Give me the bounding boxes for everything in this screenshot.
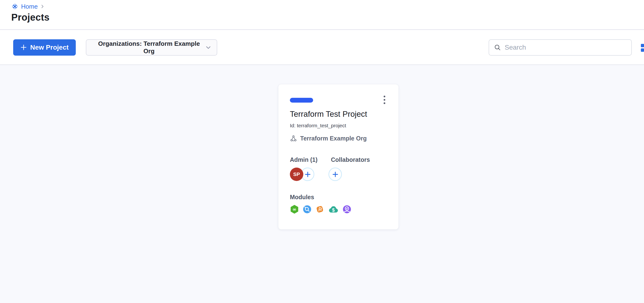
project-menu-button[interactable] [379, 94, 390, 106]
module-feature-flags-icon[interactable] [315, 205, 324, 214]
chevron-down-icon [206, 44, 211, 50]
breadcrumb-home-link[interactable]: Home [21, 3, 38, 10]
module-security-tests-icon[interactable] [342, 205, 352, 214]
breadcrumb: Home [11, 0, 644, 10]
search-input[interactable] [505, 44, 626, 51]
people-section: Admin (1) SP Collaborators [290, 156, 387, 181]
plus-icon [20, 44, 27, 50]
admin-avatar[interactable]: SP [290, 168, 303, 181]
chevron-right-icon [40, 4, 44, 9]
svg-text:∞: ∞ [292, 207, 296, 212]
collaborators-label: Collaborators [331, 156, 370, 163]
organizations-filter-dropdown[interactable]: Organizations: Terraform Example Org [86, 39, 217, 56]
admin-column: Admin (1) SP [290, 156, 318, 181]
module-service-reliability-icon[interactable] [302, 205, 312, 214]
project-org-name: Terraform Example Org [300, 135, 366, 142]
project-card[interactable]: Terraform Test Project Id: terraform_tes… [278, 84, 398, 230]
collaborators-stack [331, 168, 370, 181]
grid-view-icon[interactable] [641, 44, 644, 52]
search-box[interactable] [489, 39, 632, 56]
page-title: Projects [11, 12, 644, 23]
module-cloud-cost-management-icon[interactable]: $ [328, 205, 339, 214]
new-project-label: New Project [30, 44, 68, 51]
toolbar: New Project Organizations: Terraform Exa… [0, 30, 644, 65]
modules-row: ∞ $ [290, 205, 387, 214]
modules-label: Modules [290, 194, 387, 201]
admin-avatar-stack: SP [290, 168, 318, 181]
module-continuous-integration-icon[interactable]: ∞ [290, 205, 299, 214]
add-collaborator-button[interactable] [328, 168, 342, 181]
project-title: Terraform Test Project [290, 110, 387, 119]
projects-grid: Terraform Test Project Id: terraform_tes… [0, 66, 644, 303]
collaborators-column: Collaborators [331, 156, 370, 181]
admin-label: Admin (1) [290, 156, 318, 163]
page-header: Home Projects [0, 0, 644, 30]
new-project-button[interactable]: New Project [13, 39, 76, 56]
plus-icon [304, 171, 311, 178]
organization-icon [290, 135, 297, 142]
svg-text:$: $ [332, 207, 335, 213]
search-icon [494, 44, 501, 51]
project-organization: Terraform Example Org [290, 135, 387, 142]
plus-icon [332, 171, 338, 178]
project-id: Id: terraform_test_project [290, 123, 387, 128]
project-color-bar [290, 98, 313, 102]
projects-logo-icon [11, 3, 18, 10]
organizations-filter-value: Organizations: Terraform Example Org [92, 40, 205, 55]
